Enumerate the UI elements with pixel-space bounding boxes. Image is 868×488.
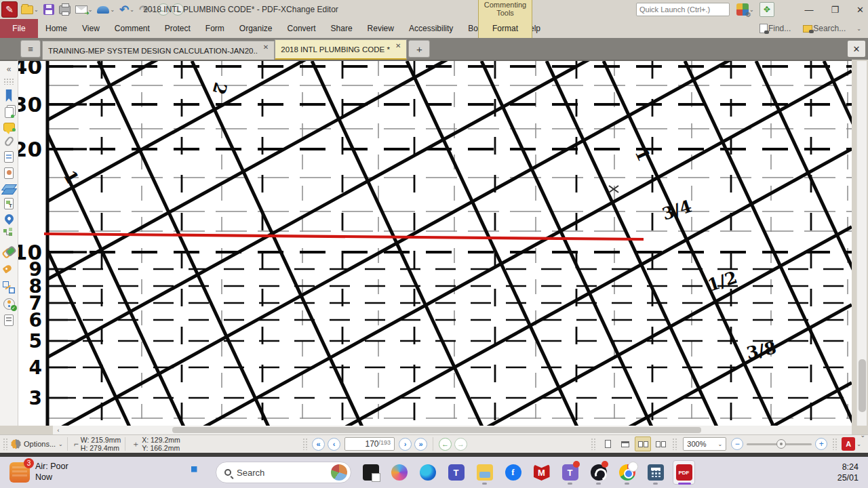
scroll-left-icon[interactable]: ‹ xyxy=(53,427,64,434)
accessibility-check-icon[interactable] xyxy=(3,298,15,310)
taskbar-chrome[interactable] xyxy=(616,460,638,485)
weather-widget[interactable]: 3 Air: Poor Now xyxy=(0,462,156,483)
taskbar-pdf-xchange[interactable]: PDF xyxy=(673,460,695,485)
next-page-button[interactable]: › xyxy=(399,438,412,451)
close-button[interactable]: ✕ xyxy=(856,5,864,15)
taskbar-clock[interactable]: 8:24 25/01 xyxy=(837,457,859,488)
digital-signatures-icon[interactable] xyxy=(4,167,14,179)
customize-toolbars-button[interactable]: ⌄ xyxy=(735,2,755,17)
close-document-button[interactable]: ✕ xyxy=(848,41,865,57)
menu-protect[interactable]: Protect xyxy=(157,19,198,38)
zoom-in-button[interactable]: + xyxy=(815,438,827,450)
last-page-button[interactable]: » xyxy=(414,438,427,451)
vertical-scrollbar[interactable] xyxy=(856,61,867,426)
menu-review[interactable]: Review xyxy=(360,19,401,38)
taskbar-calculator[interactable] xyxy=(644,460,667,485)
tags-icon[interactable] xyxy=(3,263,16,276)
menu-view[interactable]: View xyxy=(75,19,107,38)
content-icon[interactable] xyxy=(4,198,14,209)
panel-collapse-chevron-icon[interactable]: ⌄ xyxy=(860,432,865,439)
statusbar-grip[interactable] xyxy=(591,438,596,450)
statusbar-overflow-chevron-icon[interactable]: ⌄ xyxy=(856,441,861,447)
new-tab-button[interactable]: + xyxy=(408,40,430,58)
doc-tab-training-mep[interactable]: TRAINING-MEP SYSTEM DESIGN CALCULATION-J… xyxy=(42,41,275,60)
fit-page-button[interactable] xyxy=(617,436,633,451)
previous-page-button[interactable]: ‹ xyxy=(328,438,340,451)
horizontal-scrollbar-thumb[interactable] xyxy=(172,427,701,433)
tab-close-icon[interactable]: ✕ xyxy=(263,43,269,51)
search-button[interactable]: Search... xyxy=(802,21,847,36)
tab-close-icon[interactable]: ✕ xyxy=(395,42,401,49)
multi-page-view-button[interactable] xyxy=(652,436,669,451)
menu-home[interactable]: Home xyxy=(38,19,75,38)
page-number-input[interactable]: 170 /193 xyxy=(344,437,395,451)
start-button[interactable] xyxy=(186,461,209,484)
taskbar-edge[interactable] xyxy=(416,460,439,485)
page-thumbnails-icon[interactable] xyxy=(5,107,14,118)
quick-launch-input[interactable] xyxy=(637,5,738,14)
menu-organize[interactable]: Organize xyxy=(232,19,280,38)
two-page-view-button[interactable] xyxy=(635,436,651,451)
menu-share[interactable]: Share xyxy=(323,19,360,38)
statusbar-grip[interactable] xyxy=(302,438,308,450)
doc-tab-2018-intl-plumbing-code[interactable]: 2018 INTL PLUMBING CODE * ✕ xyxy=(275,39,407,60)
statusbar-grip[interactable] xyxy=(832,438,837,450)
svg-text:4: 4 xyxy=(29,357,42,379)
menu-format[interactable]: Format xyxy=(479,19,532,38)
form-fields-icon[interactable] xyxy=(4,151,14,163)
taskbar-teams-work[interactable]: T xyxy=(559,460,581,485)
taskbar-facebook[interactable]: f xyxy=(502,460,524,485)
taskbar-copilot[interactable] xyxy=(388,460,410,485)
taskbar-mcafee[interactable]: M xyxy=(530,460,553,485)
attachments-icon[interactable] xyxy=(3,135,14,146)
menu-file[interactable]: File xyxy=(0,19,38,38)
first-page-button[interactable]: « xyxy=(312,438,325,451)
layers-icon[interactable] xyxy=(3,184,14,193)
taskbar-file-explorer[interactable] xyxy=(473,460,496,485)
previous-view-button[interactable]: ← xyxy=(439,438,452,451)
taskbar-obs[interactable] xyxy=(587,460,610,485)
zoom-slider[interactable] xyxy=(747,438,812,450)
open-in-adobe-reader-button[interactable]: A xyxy=(842,437,855,451)
taskbar-task-view[interactable] xyxy=(359,460,382,485)
tab-list-menu-button[interactable]: ≡ xyxy=(20,40,41,58)
next-view-button[interactable]: → xyxy=(454,438,467,451)
pdf-page-canvas[interactable]: 4030201098765432113/41/23/8 xyxy=(18,60,852,426)
accessibility-report-icon[interactable] xyxy=(4,314,14,326)
taskbar-teams[interactable]: T xyxy=(445,460,467,485)
taskbar-search-box[interactable]: Search xyxy=(216,462,351,483)
find-icon xyxy=(760,24,768,33)
drag-grip-icon[interactable] xyxy=(3,78,14,85)
zoom-level-select[interactable]: 300%⌄ xyxy=(683,437,726,451)
zoom-out-button[interactable]: − xyxy=(731,438,743,450)
ribbon-overflow-chevron-icon[interactable]: ⌄ xyxy=(856,26,861,32)
single-page-view-button[interactable] xyxy=(599,436,616,451)
bookmarks-icon[interactable] xyxy=(4,89,14,102)
fullscreen-button[interactable]: ✥ xyxy=(760,2,774,17)
svg-text:3/4: 3/4 xyxy=(660,197,694,224)
quick-launch-box[interactable] xyxy=(636,3,730,16)
named-destinations-icon[interactable] xyxy=(3,212,15,224)
statusbar-grip[interactable] xyxy=(3,438,8,450)
structure-tree-icon[interactable] xyxy=(3,228,16,241)
menu-convert[interactable]: Convert xyxy=(280,19,323,38)
links-icon[interactable] xyxy=(3,245,16,258)
maximize-button[interactable]: ❐ xyxy=(831,5,839,15)
commenting-tools-contextual-tab[interactable]: Commenting Tools Format xyxy=(478,0,532,38)
vertical-scrollbar-thumb[interactable] xyxy=(859,359,866,412)
menu-accessibility[interactable]: Accessibility xyxy=(401,19,460,38)
windows-logo-icon xyxy=(191,466,203,479)
menu-comment[interactable]: Comment xyxy=(107,19,157,38)
search-highlight-image[interactable] xyxy=(331,464,347,481)
menu-form[interactable]: Form xyxy=(198,19,232,38)
zoom-slider-knob[interactable] xyxy=(776,439,786,449)
svg-text:3: 3 xyxy=(29,387,42,409)
reading-order-icon[interactable] xyxy=(3,281,16,293)
comments-icon[interactable] xyxy=(3,123,15,131)
find-button[interactable]: Find... xyxy=(758,21,792,36)
horizontal-scrollbar[interactable]: ‹ xyxy=(53,426,852,434)
minimize-button[interactable]: — xyxy=(804,5,813,15)
collapse-sidebar-icon[interactable]: « xyxy=(3,65,16,73)
options-button[interactable]: Options... xyxy=(24,440,56,448)
statusbar-grip[interactable] xyxy=(672,438,677,450)
